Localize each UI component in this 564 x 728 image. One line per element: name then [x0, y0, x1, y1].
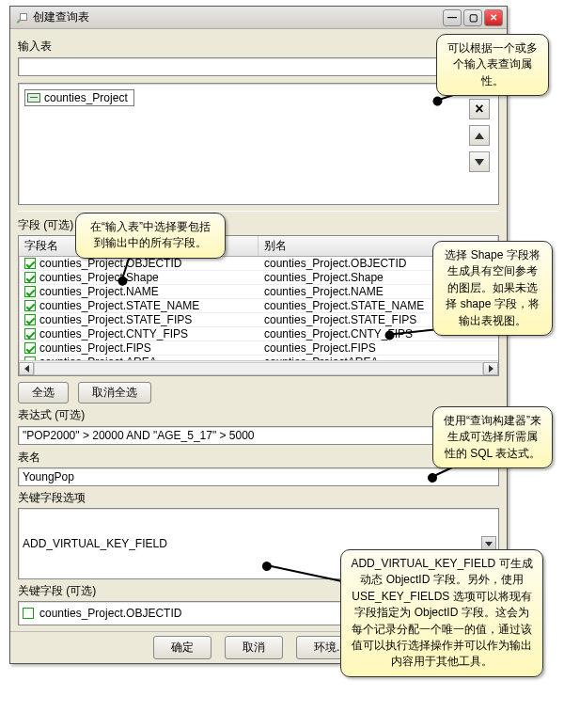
select-all-button[interactable]: 全选	[18, 382, 69, 404]
checkbox[interactable]	[24, 342, 36, 354]
table-row[interactable]: counties_Project.STATE_FIPScounties_Proj…	[19, 313, 498, 327]
close-button[interactable]: ✕	[484, 9, 503, 26]
remove-button[interactable]: ×	[469, 99, 490, 119]
titlebar[interactable]: 创建查询表 — ▢ ✕	[10, 7, 507, 29]
keyfield-item-label: counties_Project.OBJECTID	[39, 607, 181, 620]
ok-button[interactable]: 确定	[153, 636, 212, 659]
cell-name: counties_Project.CNTY_FIPS	[39, 327, 188, 340]
list-item-label: counties_Project	[44, 91, 128, 104]
input-table-label: 输入表	[18, 39, 499, 55]
arrow-up-icon	[475, 133, 484, 139]
cell-name: counties_Project.NAME	[39, 285, 159, 298]
cell-alias: counties_Project.OBJECTID	[264, 257, 406, 270]
checkbox[interactable]	[24, 286, 36, 297]
callout-fields: 在“输入表”中选择要包括到输出中的所有字段。	[75, 213, 226, 259]
table-icon	[27, 93, 40, 103]
move-up-button[interactable]	[469, 125, 490, 146]
minimize-button[interactable]: —	[443, 9, 462, 26]
callout-inputs: 可以根据一个或多个输入表查询属性。	[436, 34, 549, 96]
cell-name: counties_Project.OBJECTID	[39, 257, 181, 270]
horizontal-scrollbar[interactable]	[19, 360, 498, 375]
callout-sql: 使用“查询构建器”来生成可选择所需属性的 SQL 表达式。	[432, 406, 553, 468]
cell-alias: counties_Project.FIPS	[264, 341, 376, 355]
cell-name: counties_Project.STATE_NAME	[39, 299, 199, 312]
checkbox[interactable]	[24, 328, 36, 340]
checkbox[interactable]	[24, 258, 36, 269]
table-row[interactable]: counties_Project.STATE_NAMEcounties_Proj…	[19, 299, 498, 313]
cell-name: counties_Project.FIPS	[39, 341, 151, 355]
keyopt-value: ADD_VIRTUAL_KEY_FIELD	[23, 537, 167, 550]
expression-input[interactable]: "POP2000" > 20000 AND "AGE_5_17" > 5000	[18, 426, 473, 445]
expression-label: 表达式 (可选)	[18, 407, 499, 423]
scroll-right-button[interactable]	[483, 362, 498, 375]
cancel-button[interactable]: 取消	[225, 636, 283, 659]
deselect-all-button[interactable]: 取消全选	[78, 382, 151, 404]
table-row[interactable]: counties_Project.NAMEcounties_Project.NA…	[19, 285, 498, 299]
input-table-combo[interactable]	[18, 57, 473, 76]
callout-shape: 选择 Shape 字段将生成具有空间参考的图层。如果未选择 shape 字段，将…	[432, 241, 553, 336]
table-row[interactable]: counties_Project.FIPScounties_Project.FI…	[19, 341, 498, 356]
checkbox[interactable]	[23, 608, 34, 619]
cell-alias: counties_Project.STATE_FIPS	[264, 313, 416, 326]
arrow-down-icon	[475, 159, 484, 166]
cell-alias: counties_Project.STATE_NAME	[264, 299, 424, 312]
tablename-label: 表名	[18, 450, 499, 466]
table-row[interactable]: counties_Project.Shapecounties_Project.S…	[19, 271, 498, 285]
move-down-button[interactable]	[469, 151, 490, 172]
window-title: 创建查询表	[33, 9, 441, 25]
app-icon	[14, 11, 27, 24]
input-table-list[interactable]: counties_Project	[18, 83, 499, 205]
checkbox[interactable]	[24, 314, 36, 325]
keyopt-label: 关键字段选项	[18, 490, 499, 506]
maximize-button[interactable]: ▢	[463, 9, 482, 26]
checkbox[interactable]	[24, 272, 36, 283]
cell-name: counties_Project.STATE_FIPS	[39, 313, 192, 326]
cell-alias: counties_Project.Shape	[264, 271, 384, 284]
table-row[interactable]: counties_Project.OBJECTIDcounties_Projec…	[19, 257, 498, 271]
list-item[interactable]: counties_Project	[24, 89, 134, 106]
scrollbar-track[interactable]	[34, 362, 483, 375]
checkbox[interactable]	[24, 300, 36, 311]
checkbox[interactable]	[24, 356, 36, 360]
cell-alias: counties_Project.NAME	[264, 285, 384, 298]
callout-keyopt: ADD_VIRTUAL_KEY_FIELD 可生成动态 ObjectID 字段。…	[340, 549, 543, 677]
cell-name: counties_Project.Shape	[39, 271, 159, 284]
scroll-left-button[interactable]	[19, 362, 34, 375]
